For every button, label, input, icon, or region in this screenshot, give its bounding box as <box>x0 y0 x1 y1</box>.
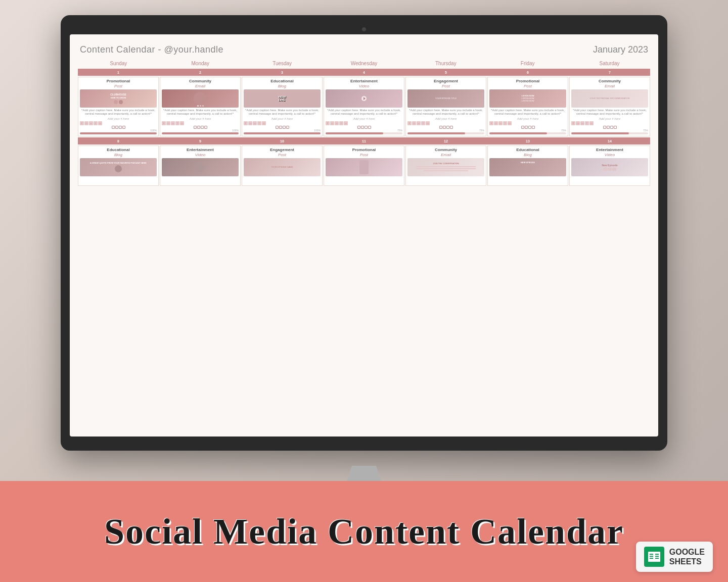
monitor: Content Calendar - @your.handle January … <box>61 15 667 451</box>
cell-image-13: NEW EPISODE <box>489 158 566 176</box>
spreadsheet: Content Calendar - @your.handle January … <box>78 44 650 431</box>
svg-rect-3 <box>655 554 659 555</box>
svg-rect-2 <box>650 554 653 555</box>
pink-cell-6: 6 <box>487 69 568 76</box>
cal-cell-3: Educational Blog NOWLIVE *Add your capti… <box>242 77 323 136</box>
day-wednesday: Wednesday <box>324 59 405 68</box>
banner-title: Social Media Content Calendar <box>104 511 624 553</box>
sheet-month: January 2023 <box>593 44 648 55</box>
cell-image-1: CLUBHOUSE HOW TO GROW <box>80 89 157 108</box>
svg-rect-4 <box>650 556 653 557</box>
google-sheets-icon <box>644 547 664 567</box>
cell-image-6: LISTEN NOW LISTEN NOW LISTEN NOW <box>489 89 566 108</box>
cal-cell-5: Engagement Post YOUR EPISODE TITLE *Add … <box>405 77 486 136</box>
pink-cell-11: 11 <box>324 137 404 144</box>
cell-image-3: NOWLIVE <box>244 89 321 108</box>
cell-image-11 <box>326 158 402 176</box>
cell-image-5: YOUR EPISODE TITLE <box>407 89 484 108</box>
svg-rect-7 <box>655 558 659 559</box>
bottom-banner: Social Media Content Calendar <box>0 481 728 582</box>
social-icons-3: f □ □ ! □ <box>244 121 321 125</box>
cal-cell-7: Community Email YOUR TESTIMONIAL RECOMME… <box>569 77 650 136</box>
cal-cell-8: Educational Blog A GREAT QUOTE FROM YOUR… <box>78 146 159 186</box>
svg-rect-6 <box>650 558 653 559</box>
cal-cell-14: Entertainment Video New Episode <box>569 146 650 186</box>
cell-image-14: New Episode <box>571 158 648 176</box>
cell-image-10: YOUR EPISODE NAME <box>244 158 321 176</box>
day-saturday: Saturday <box>569 59 650 68</box>
cell-image-4 <box>326 89 402 108</box>
monitor-bezel-top <box>70 24 658 34</box>
pink-cell-1: 1 <box>78 69 159 76</box>
cal-cell-6: Promotional Post LISTEN NOW LISTEN NOW L… <box>487 77 568 136</box>
cell-image-7: YOUR TESTIMONIAL RECOMMENDATION <box>571 89 648 108</box>
social-icons-5: f □ □ ! □ <box>407 121 484 125</box>
sheet-header: Content Calendar - @your.handle January … <box>78 44 650 55</box>
screen: Content Calendar - @your.handle January … <box>70 34 658 437</box>
social-icons-2: f □ □ ! □ <box>162 121 239 125</box>
cal-cell-9: Entertainment Video <box>160 146 241 186</box>
camera-dot <box>362 27 366 31</box>
pink-cell-7: 7 <box>569 69 650 76</box>
cal-cell-12: Community Email JOIN THE CONVERSATION <box>405 146 486 186</box>
pink-cell-10: 10 <box>242 137 323 144</box>
cell-image-12: JOIN THE CONVERSATION <box>407 158 484 176</box>
cal-cell-10: Engagement Post YOUR EPISODE NAME <box>242 146 323 186</box>
pink-header-row-1: 1 2 3 4 5 6 7 <box>78 69 650 76</box>
days-header: Sunday Monday Tuesday Wednesday Thursday… <box>78 59 650 68</box>
cell-image-2 <box>162 89 239 108</box>
pink-cell-14: 14 <box>569 137 650 144</box>
day-thursday: Thursday <box>405 59 486 68</box>
google-sheets-badge: GOOGLE SHEETS <box>636 542 713 572</box>
day-monday: Monday <box>160 59 241 68</box>
pink-cell-3: 3 <box>242 69 323 76</box>
week1-row: Promotional Post CLUBHOUSE HOW TO GROW <box>78 77 650 136</box>
day-friday: Friday <box>487 59 568 68</box>
pink-cell-2: 2 <box>160 69 241 76</box>
cal-cell-2: Community Email *Add your caption he <box>160 77 241 136</box>
pink-cell-13: 13 <box>487 137 568 144</box>
day-sunday: Sunday <box>78 59 159 68</box>
social-icons-7: f □ □ ! □ <box>571 121 648 125</box>
cell-image-9 <box>162 158 239 176</box>
svg-rect-5 <box>655 556 659 557</box>
cal-cell-1: Promotional Post CLUBHOUSE HOW TO GROW <box>78 77 159 136</box>
social-icons-6: f □ □ ! □ <box>489 121 566 125</box>
cal-cell-11: Promotional Post <box>324 146 404 186</box>
google-sheets-label: GOOGLE SHEETS <box>669 547 705 566</box>
cell-image-8: A GREAT QUOTE FROM YOUR FAVORITE PODCAST… <box>80 158 157 176</box>
pink-cell-5: 5 <box>405 69 486 76</box>
pink-cell-9: 9 <box>160 137 241 144</box>
pink-cell-8: 8 <box>78 137 159 144</box>
social-icons-1: f □ □ ! □ <box>80 121 157 125</box>
cal-cell-4: Entertainment Video *Add your caption he… <box>324 77 404 136</box>
day-tuesday: Tuesday <box>242 59 323 68</box>
cal-cell-13: Educational Blog NEW EPISODE <box>487 146 568 186</box>
pink-cell-12: 12 <box>405 137 486 144</box>
pink-cell-4: 4 <box>324 69 404 76</box>
sheet-title: Content Calendar - @your.handle <box>80 44 223 55</box>
social-icons-4: f □ □ ! □ <box>326 121 402 125</box>
pink-header-row-2: 8 9 10 11 12 13 14 <box>78 137 650 144</box>
week2-row: Educational Blog A GREAT QUOTE FROM YOUR… <box>78 146 650 186</box>
